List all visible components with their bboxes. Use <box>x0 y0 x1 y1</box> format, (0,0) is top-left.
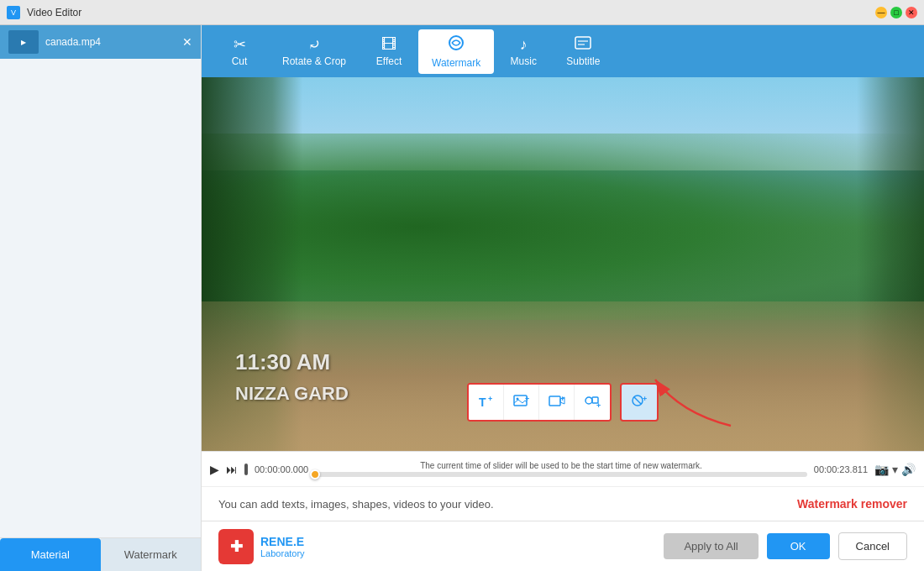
nav-tab-rotate[interactable]: ⤾ Rotate & Crop <box>269 30 360 72</box>
cut-icon: ✂ <box>234 35 246 54</box>
nav-tab-effect[interactable]: 🎞 Effect <box>360 31 418 72</box>
file-tab: ▶ canada.mp4 ✕ <box>0 25 201 59</box>
progress-thumb[interactable] <box>310 469 320 479</box>
subtitle-icon <box>575 36 591 54</box>
svg-text:+: + <box>643 395 647 403</box>
video-watermark-time: 11:30 AM <box>235 349 330 375</box>
bottom-bar: ✚ RENE.E Laboratory Apply to All OK Canc… <box>202 521 924 571</box>
watermark-remover-link[interactable]: Watermark remover <box>797 497 907 511</box>
ok-button[interactable]: OK <box>767 533 830 559</box>
svg-line-16 <box>634 397 641 404</box>
sidebar: ▶ canada.mp4 ✕ Material Watermark <box>0 25 202 571</box>
add-text-button[interactable]: T + <box>469 385 504 420</box>
screenshot-button[interactable]: 📷 <box>874 463 889 476</box>
sidebar-tabs: Material Watermark <box>0 537 201 571</box>
video-toolbar: T + + <box>467 383 659 422</box>
play-button[interactable]: ▶ <box>210 463 219 476</box>
music-icon: ♪ <box>520 36 528 54</box>
watermark-icon <box>448 34 465 55</box>
volume-button[interactable]: 🔊 <box>901 463 916 476</box>
tool-group-remove: + <box>620 383 659 422</box>
nav-tab-watermark[interactable]: Watermark <box>418 29 494 74</box>
add-video-button[interactable]: + <box>539 385 575 420</box>
svg-text:+: + <box>560 395 564 403</box>
svg-text:+: + <box>488 395 492 403</box>
window-title: Video Editor <box>27 7 81 18</box>
file-name: canada.mp4 <box>45 36 176 48</box>
svg-text:+: + <box>596 401 601 410</box>
status-text: The current time of slider will be used … <box>315 461 807 470</box>
nav-tab-cut[interactable]: ✂ Cut <box>210 30 269 72</box>
content-area: ✂ Cut ⤾ Rotate & Crop 🎞 Effect <box>202 25 924 571</box>
maximize-button[interactable]: □ <box>890 7 902 18</box>
camera-settings-button[interactable]: ▾ <box>892 463 898 476</box>
sidebar-content <box>0 59 201 537</box>
bottom-buttons: Apply to All OK Cancel <box>664 532 907 560</box>
effect-icon: 🎞 <box>381 36 396 54</box>
nav-tab-subtitle[interactable]: Subtitle <box>553 31 613 72</box>
sidebar-tab-watermark[interactable]: Watermark <box>101 538 202 571</box>
nav-tabs: ✂ Cut ⤾ Rotate & Crop 🎞 Effect <box>202 25 924 77</box>
video-area: 11:30 AM NIZZA GARD T + <box>202 77 924 451</box>
controls-bar: ▶ ⏭ 00:00:00.000 The current time of sli… <box>202 451 924 486</box>
app-icon: V <box>7 6 20 19</box>
time-end: 00:00:23.811 <box>814 464 868 474</box>
svg-rect-1 <box>575 37 591 49</box>
add-items-info: You can add texts, images, shapes, video… <box>218 498 494 511</box>
svg-rect-9 <box>549 396 560 406</box>
canopy-bg <box>202 134 924 321</box>
step-forward-button[interactable]: ⏭ <box>226 463 238 476</box>
close-button[interactable]: ✕ <box>906 7 917 18</box>
add-image-button[interactable]: + <box>504 385 539 420</box>
cancel-button[interactable]: Cancel <box>838 532 907 560</box>
brand-icon: ✚ <box>218 529 254 564</box>
video-frame: 11:30 AM NIZZA GARD T + <box>202 77 924 451</box>
rotate-icon: ⤾ <box>308 35 321 54</box>
window-controls[interactable]: — □ ✕ <box>875 7 917 18</box>
sidebar-tab-material[interactable]: Material <box>0 538 101 571</box>
tool-group-main: T + + <box>467 383 612 422</box>
video-watermark-location: NIZZA GARD <box>235 383 349 405</box>
stop-button[interactable] <box>244 464 248 475</box>
minimize-button[interactable]: — <box>875 7 887 18</box>
path-area <box>202 301 924 451</box>
main-container: ▶ canada.mp4 ✕ Material Watermark ✂ Cut <box>0 25 924 571</box>
apply-to-all-button[interactable]: Apply to All <box>664 533 758 559</box>
svg-text:+: + <box>525 395 529 403</box>
file-close-button[interactable]: ✕ <box>182 35 192 49</box>
title-bar: V Video Editor — □ ✕ <box>0 0 924 25</box>
svg-text:T: T <box>479 396 486 409</box>
brand-name-top: RENE.E <box>260 535 305 548</box>
title-bar-left: V Video Editor <box>7 6 81 19</box>
right-controls: 📷 ▾ 🔊 <box>874 463 916 476</box>
brand-name: RENE.E Laboratory <box>260 535 305 558</box>
brand-logo: ✚ RENE.E Laboratory <box>218 529 305 564</box>
info-area: You can add texts, images, shapes, video… <box>202 486 924 521</box>
svg-point-12 <box>585 397 592 404</box>
add-shape-button[interactable]: + <box>575 385 610 420</box>
brand-name-bottom: Laboratory <box>260 548 305 558</box>
svg-point-0 <box>449 36 463 50</box>
file-thumbnail: ▶ <box>8 30 39 54</box>
time-start: 00:00:00.000 <box>255 464 308 474</box>
watermark-remove-button[interactable]: + <box>622 385 657 420</box>
progress-track[interactable] <box>315 472 807 477</box>
progress-container: The current time of slider will be used … <box>315 461 807 477</box>
nav-tab-music[interactable]: ♪ Music <box>494 31 553 72</box>
